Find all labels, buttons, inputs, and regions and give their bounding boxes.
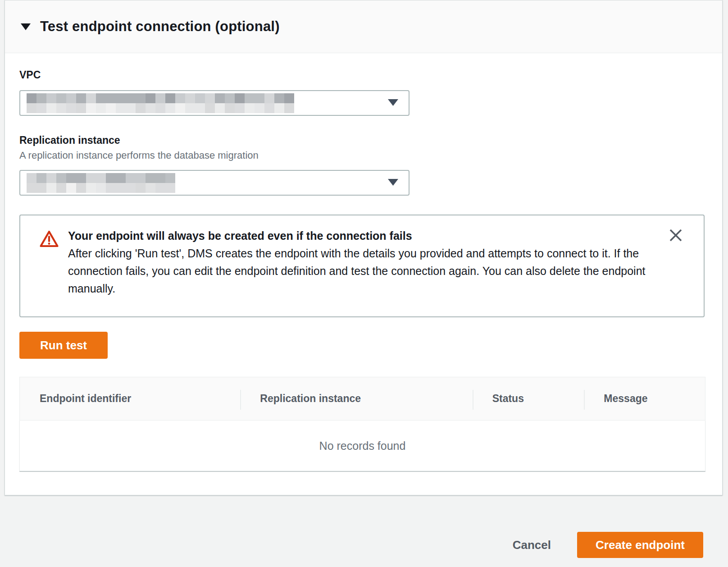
- cancel-button[interactable]: Cancel: [513, 532, 551, 558]
- alert-body: After clicking 'Run test', DMS creates t…: [68, 245, 650, 297]
- redacted-value: [27, 93, 294, 113]
- test-results-table: Endpoint identifier Replication instance…: [19, 377, 705, 471]
- warning-alert: Your endpoint will always be created eve…: [19, 215, 705, 317]
- chevron-down-icon: [387, 178, 399, 188]
- replication-instance-description: A replication instance performs the data…: [19, 149, 708, 162]
- column-header-status: Status: [473, 377, 584, 420]
- run-test-button[interactable]: Run test: [19, 332, 108, 359]
- no-records-text: No records found: [319, 439, 406, 453]
- warning-triangle-icon: [39, 230, 59, 297]
- vpc-select[interactable]: [19, 90, 410, 116]
- footer-actions: Cancel Create endpoint: [0, 495, 728, 567]
- vpc-label: VPC: [19, 69, 708, 81]
- alert-title: Your endpoint will always be created eve…: [68, 227, 650, 245]
- redacted-value: [27, 173, 175, 193]
- test-endpoint-panel: Test endpoint connection (optional) VPC …: [5, 0, 723, 495]
- replication-instance-field: Replication instance A replication insta…: [19, 134, 708, 196]
- table-header-row: Endpoint identifier Replication instance…: [19, 377, 705, 421]
- panel-body: VPC Replication instance A replication i…: [5, 53, 722, 489]
- page: Test endpoint connection (optional) VPC …: [0, 0, 728, 567]
- column-header-message: Message: [584, 377, 705, 420]
- replication-instance-select[interactable]: [19, 170, 410, 196]
- chevron-down-icon: [387, 98, 399, 108]
- table-empty-row: No records found: [19, 421, 705, 471]
- panel-header[interactable]: Test endpoint connection (optional): [5, 0, 722, 53]
- create-endpoint-button[interactable]: Create endpoint: [577, 532, 703, 558]
- close-icon[interactable]: [667, 226, 685, 244]
- vpc-field: VPC: [19, 69, 708, 116]
- column-header-replication-instance: Replication instance: [240, 377, 472, 420]
- column-header-endpoint-identifier: Endpoint identifier: [20, 377, 240, 420]
- replication-instance-label: Replication instance: [19, 134, 708, 146]
- panel-title: Test endpoint connection (optional): [40, 18, 280, 35]
- collapse-triangle-icon: [20, 23, 31, 31]
- alert-text: Your endpoint will always be created eve…: [68, 227, 650, 297]
